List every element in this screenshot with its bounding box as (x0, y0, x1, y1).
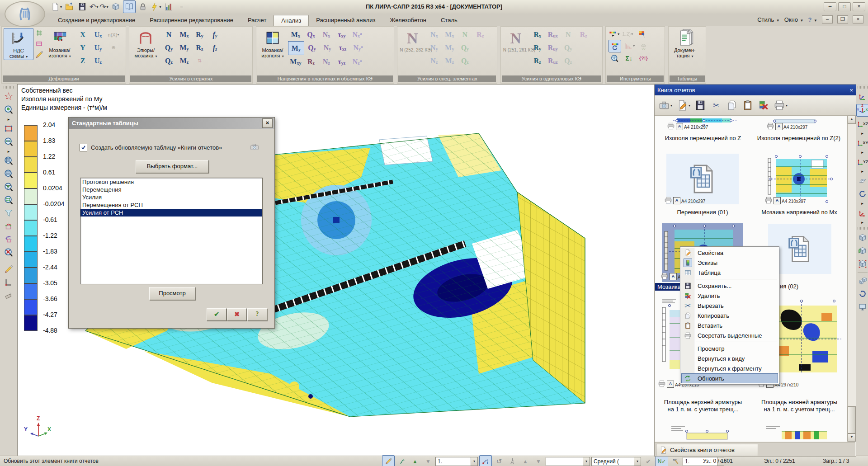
ribbon-letter-rz[interactable]: Rz (192, 41, 207, 54)
ribbon-letter-nz[interactable]: Nza (349, 55, 365, 68)
chevron-down-icon[interactable]: ▾ (786, 104, 788, 108)
ribbon-letter-⊕[interactable]: ⊕ (106, 41, 121, 54)
flyout-icon[interactable]: ▸ (8, 117, 10, 122)
ribbon-letter-rz[interactable]: Rz (576, 28, 591, 41)
mosaic-isofields-button[interactable]: G Мозаика/ изополя ▾ (45, 28, 74, 59)
panel-title-bar[interactable]: Книга отчетов × (655, 85, 856, 95)
ribbon-letter-n(x)[interactable]: n(X) ▾ (106, 28, 121, 41)
ribbon-letter-uz[interactable]: Uz (90, 54, 106, 67)
ok-button[interactable]: ✔ (207, 308, 226, 321)
ribbon-restore-button[interactable]: ❐ (837, 15, 848, 24)
tab-4[interactable]: Анализ (274, 15, 309, 26)
ribbon-close-button[interactable]: × (853, 15, 863, 24)
ribbon-letter-ry[interactable]: Ry (192, 28, 207, 41)
ribbon-letter-rx[interactable]: Rx (530, 28, 545, 41)
camera-button[interactable]: ▾ (658, 99, 672, 111)
thumbnail-image[interactable] (669, 425, 732, 440)
ribbon-letter-qz[interactable]: Qz (457, 54, 472, 67)
flag-button[interactable] (636, 28, 647, 40)
scale12-button[interactable]: 1.2)▾ (622, 28, 633, 40)
colorbar-button[interactable]: ▾ (609, 28, 619, 40)
close-button[interactable]: × (853, 2, 865, 11)
axes-red-button[interactable] (857, 207, 868, 219)
cancel-button[interactable]: ✖ (227, 308, 247, 321)
chevron-down-icon[interactable]: ▾ (471, 457, 477, 466)
ribbon-letter-⇅[interactable]: ⇅ (192, 54, 207, 67)
hist-button[interactable]: ▾ (624, 40, 635, 52)
down-gray2-button[interactable]: ▼ (533, 456, 544, 466)
chevron-down-icon[interactable]: ▾ (160, 5, 161, 9)
flyout-icon[interactable]: ▸ (861, 150, 863, 155)
axes-iso-button[interactable] (857, 91, 868, 103)
ribbon-letter-τxy[interactable]: τxy (334, 28, 349, 41)
ribbon-letter-qz[interactable]: Qz (161, 54, 176, 67)
ribbon-letter-my[interactable]: My (288, 41, 304, 55)
chevron-down-icon[interactable]: ▾ (60, 5, 62, 9)
ribbon-letter-qy[interactable]: Qy (304, 41, 320, 54)
cube-plane-button[interactable] (857, 245, 868, 257)
menu-item-вставить[interactable]: Вставить (681, 320, 778, 330)
ribbon-letter-fy[interactable]: fy (207, 28, 222, 41)
new-doc-button[interactable]: ▾ (51, 1, 62, 13)
ribbon-letter-my[interactable]: My (176, 41, 192, 54)
more-button[interactable]: ≡ (176, 1, 188, 13)
node-button[interactable] (479, 455, 492, 466)
cube-frag-button[interactable] (857, 258, 868, 270)
report-item-caption[interactable]: Изополя перемещений по Z(2) (752, 135, 846, 142)
perspective-button[interactable] (857, 175, 868, 187)
chevron-down-icon[interactable]: ▾ (631, 32, 633, 36)
tab-2[interactable]: Расширенное редактирование (142, 15, 241, 26)
report-properties-tab[interactable]: Свойства книги отчетов (656, 444, 758, 456)
ribbon-letter-ruy[interactable]: Ruy (545, 41, 561, 54)
check-gray-button[interactable]: ✔ (642, 456, 654, 466)
mag-vplates-button[interactable] (3, 155, 14, 167)
table-list-item[interactable]: Перемещения от РСН (80, 201, 262, 209)
menu-item-сохранить-[interactable]: Сохранить... (681, 281, 778, 291)
chevron-down-icon[interactable]: ▾ (107, 5, 108, 9)
flyout-icon[interactable]: ▸ (861, 220, 863, 225)
help-button[interactable]: ? ▼ (808, 16, 818, 23)
mag-volumes-button[interactable] (3, 194, 14, 206)
report-item-caption[interactable]: Мозаика напряжений по Mx (752, 209, 847, 216)
bolt-button[interactable]: ▾ (150, 1, 161, 13)
plates-mosaic-button[interactable]: Мозаика/ изополя ▾ (258, 28, 287, 59)
report-item-caption[interactable]: ия (02) (780, 283, 834, 290)
chevron-down-icon[interactable]: ▾ (96, 5, 98, 9)
ribbon-letter-rz[interactable]: Rz (530, 54, 545, 67)
lamp-button[interactable] (637, 40, 649, 52)
ribbon-letter-x[interactable]: X (75, 28, 90, 41)
view-plane-button[interactable]: XY (857, 137, 868, 149)
ribbon-letter-n[interactable]: N (457, 28, 472, 41)
rotate-button[interactable] (857, 188, 868, 200)
ribbon-letter-nx[interactable]: Nxa (349, 28, 365, 41)
pencil-button[interactable] (382, 455, 395, 466)
level-button[interactable] (3, 277, 14, 288)
nds-schemes-button[interactable]: НДС схемы ▾ (4, 28, 33, 60)
ribbon-letter-mx[interactable]: Mx (442, 28, 457, 41)
special-n-button[interactable]: N N (252, 262 КЭ) (399, 28, 425, 52)
mag-clear-button[interactable] (3, 247, 14, 259)
menu-item-эскизы[interactable]: Эскизы (681, 258, 778, 268)
single-node-n-button[interactable]: N N (251, 261 КЭ) (503, 28, 529, 52)
ribbon-letter-my[interactable]: My (442, 41, 457, 54)
dialog-help-button[interactable]: ? (247, 308, 267, 321)
preview-button[interactable]: Просмотр (149, 287, 195, 300)
model-canvas[interactable]: Собственный вес Изополя напряжений по My… (17, 84, 655, 457)
open-button[interactable] (63, 1, 75, 13)
loop-button[interactable]: ↺ (493, 456, 505, 466)
mag-rod-button[interactable] (3, 136, 14, 148)
panel-scrollbar[interactable]: ▲ ▼ (847, 116, 855, 442)
ribbon-letter-ux[interactable]: Ux (90, 28, 106, 41)
chevron-down-icon[interactable]: ▾ (689, 104, 690, 108)
save-button[interactable] (694, 99, 706, 111)
lock-button[interactable] (137, 1, 149, 13)
table-list-item[interactable]: Перемещения (80, 186, 262, 193)
polyfilter-button[interactable] (3, 234, 14, 245)
mag-nodes-button[interactable] (3, 104, 14, 116)
report-item-caption[interactable]: Перемещения (01) (660, 209, 745, 216)
ribbon-letter-τyz[interactable]: τyz (334, 55, 349, 68)
flyout-icon[interactable]: ▸ (861, 131, 863, 136)
ribbon-letter-nx[interactable]: Nx (319, 28, 334, 41)
ribbon-letter-qz[interactable]: Qz (561, 54, 576, 67)
paste-button[interactable] (742, 99, 754, 111)
